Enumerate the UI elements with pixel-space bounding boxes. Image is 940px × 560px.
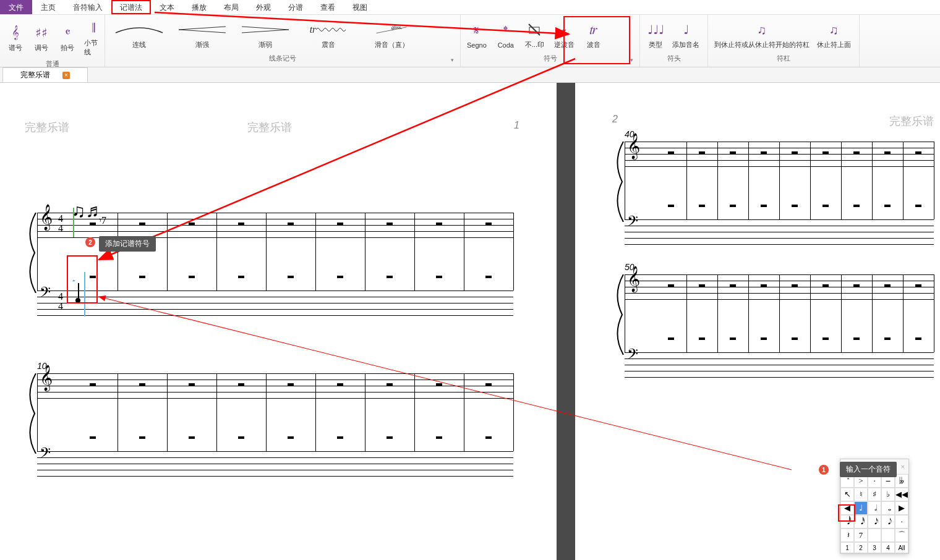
timesig-4-4-bass: 44 xyxy=(58,292,63,312)
menu-parts[interactable]: 分谱 xyxy=(280,0,312,14)
ribbon-group-symbols: 𝄋Segno 𝄌Coda 不...印 𝆝逆波音 𝆖波音 符号▾ xyxy=(461,15,640,67)
page-number-2: 2 xyxy=(612,114,618,125)
segno-icon: 𝄋 xyxy=(468,22,486,40)
keypad-doubleflat[interactable]: 𝄫 xyxy=(895,474,908,488)
menu-notation[interactable]: 记谱法 xyxy=(111,0,151,14)
keypad-tab-2[interactable]: 2 xyxy=(854,542,868,553)
keypad-natural[interactable]: ♮ xyxy=(854,488,868,501)
bass-clef-icon: 𝄢 xyxy=(627,346,638,367)
doc-tab-title: 完整乐谱 xyxy=(20,70,50,80)
keypad-whole[interactable]: 𝅝 xyxy=(881,501,895,515)
crescendo-button[interactable]: 渐强 xyxy=(172,19,233,51)
keypad-sharp[interactable]: ♯ xyxy=(868,488,881,501)
staff-system-2[interactable]: 𝄞 𝄢 xyxy=(37,373,513,423)
gliss-icon: gliss. xyxy=(364,20,419,39)
mordent-icon: 𝆖 xyxy=(584,20,603,39)
rest-above-icon: ♫ xyxy=(825,20,844,39)
keypad-7[interactable]: 7 xyxy=(854,528,868,542)
treble-clef-icon: 𝄞 xyxy=(6,23,25,42)
callout-tooltip-1: 输入一个音符 xyxy=(840,462,897,477)
noprint-button[interactable]: 不...印 xyxy=(523,19,547,51)
mordent-button[interactable]: 𝆖波音 xyxy=(582,19,605,51)
menubar: 文件 主页 音符输入 记谱法 文本 播放 布局 外观 分谱 查看 视图 xyxy=(0,0,940,15)
clef-button[interactable]: 𝄞谱号 xyxy=(4,22,27,54)
page-left: 完整乐谱 完整乐谱 1 𝄞 44 ♫♬ 𝄾 7 𝄢 44 xyxy=(0,83,557,560)
staff-system-r1[interactable]: 𝄞 𝄢 xyxy=(625,142,934,191)
ribbon-label-lines: 线条记号▾ xyxy=(109,53,456,64)
menu-home[interactable]: 主页 xyxy=(32,0,64,14)
slur-button[interactable]: 连线 xyxy=(109,19,169,51)
keypad-tab-1[interactable]: 1 xyxy=(840,542,854,553)
close-icon[interactable]: × xyxy=(62,72,70,79)
svg-text:gliss.: gliss. xyxy=(391,25,402,30)
ribbon-label-common: 普通 xyxy=(4,58,101,70)
keypad-8th[interactable]: 𝅘𝅥𝅮 xyxy=(881,515,895,528)
keypad-next[interactable]: ▶ xyxy=(895,501,908,515)
segno-button[interactable]: 𝄋Segno xyxy=(464,20,489,50)
staff-system-r2[interactable]: 𝄞 𝄢 xyxy=(625,274,934,324)
menu-layout[interactable]: 布局 xyxy=(215,0,247,14)
keypad-empty1[interactable] xyxy=(868,528,881,542)
keypad-tab-4[interactable]: 4 xyxy=(881,542,895,553)
treble-clef-icon: 𝄞 xyxy=(627,266,640,292)
keypad-empty2[interactable] xyxy=(881,528,895,542)
beam-rest-button[interactable]: ♫到休止符或从休止符开始的符杠 xyxy=(712,19,812,51)
keysig-button[interactable]: ♯♯调号 xyxy=(30,22,53,54)
notehead-name-button[interactable]: ♩添加音名 xyxy=(670,19,702,51)
keypad-tie[interactable]: ⌒ xyxy=(895,528,908,542)
menu-review[interactable]: 查看 xyxy=(312,0,344,14)
bass-clef-icon: 𝄢 xyxy=(40,284,51,305)
menu-text[interactable]: 文本 xyxy=(151,0,183,14)
notehead-name-icon: ♩ xyxy=(677,20,695,39)
keypad-close-icon[interactable]: × xyxy=(901,463,905,470)
keypad-arrow[interactable]: ↖ xyxy=(840,488,854,501)
treble-clef-icon: 𝄞 xyxy=(40,365,53,391)
red-highlight-keypad xyxy=(838,504,855,522)
notehead-type-icon: ♩♩♩ xyxy=(646,20,665,39)
coda-button[interactable]: 𝄌Coda xyxy=(494,20,518,50)
trill-button[interactable]: tr震音 xyxy=(298,19,359,51)
workspace: 完整乐谱 完整乐谱 1 𝄞 44 ♫♬ 𝄾 7 𝄢 44 xyxy=(0,83,940,560)
decrescendo-button[interactable]: 渐弱 xyxy=(235,19,296,51)
keypad-32nd[interactable]: 𝅘𝅥𝅰 xyxy=(854,515,868,528)
keypad-rewind[interactable]: ◀◀ xyxy=(895,488,908,501)
keypad-flat[interactable]: ♭ xyxy=(881,488,895,501)
menu-note-input[interactable]: 音符输入 xyxy=(64,0,111,14)
expand-lines-icon[interactable]: ▾ xyxy=(451,57,454,63)
doc-tabbar: 完整乐谱 × xyxy=(0,67,940,83)
barline-button[interactable]: 𝄂小节线 xyxy=(82,17,105,58)
bass-clef-icon: 𝄢 xyxy=(40,445,51,465)
gliss-button[interactable]: gliss.滑音（直） xyxy=(361,19,422,51)
noprint-icon xyxy=(525,20,544,39)
keypad-half[interactable]: 𝅗𝅥 xyxy=(868,501,881,515)
keypad-quarter[interactable]: ♩ xyxy=(854,501,868,515)
ribbon-group-common: 𝄞谱号 ♯♯调号 𝄴拍号 𝄂小节线 普通 xyxy=(0,15,105,67)
ribbon: 𝄞谱号 ♯♯调号 𝄴拍号 𝄂小节线 普通 连线 渐强 渐弱 tr震音 gliss… xyxy=(0,15,940,67)
expand-symbols-icon[interactable]: ▾ xyxy=(630,57,633,63)
keypad-rest[interactable]: 𝄽 xyxy=(840,528,854,542)
crescendo-icon xyxy=(174,20,230,39)
page-gap xyxy=(557,83,575,560)
rest-above-button[interactable]: ♫休止符上面 xyxy=(814,19,853,51)
callout-tooltip-2: 添加记谱符号 xyxy=(99,236,156,252)
callout-badge-1: 1 xyxy=(819,465,829,475)
treble-clef-icon: 𝄞 xyxy=(627,133,640,159)
red-highlight-note xyxy=(67,255,98,303)
keypad-16th[interactable]: 𝅘𝅥𝅯 xyxy=(868,515,881,528)
score-title-right: 完整乐谱 xyxy=(889,114,934,129)
treble-clef-icon: 𝄞 xyxy=(40,204,53,230)
ribbon-group-notehead: ♩♩♩类型 ♩添加音名 符头 xyxy=(640,15,708,67)
score-title-center: 完整乐谱 xyxy=(247,120,292,135)
keypad-tab-all[interactable]: All xyxy=(895,542,908,553)
timesig-icon: 𝄴 xyxy=(58,23,77,42)
menu-view[interactable]: 视图 xyxy=(344,0,376,14)
timesig-button[interactable]: 𝄴拍号 xyxy=(56,22,79,54)
menu-appearance[interactable]: 外观 xyxy=(247,0,280,14)
menu-file[interactable]: 文件 xyxy=(0,0,32,14)
keypad-dot[interactable]: · xyxy=(895,515,908,528)
callout-badge-2: 2 xyxy=(85,237,95,247)
menu-play[interactable]: 播放 xyxy=(183,0,215,14)
keypad-tab-3[interactable]: 3 xyxy=(868,542,881,553)
inv-mordent-button[interactable]: 𝆝逆波音 xyxy=(552,19,577,51)
notehead-type-button[interactable]: ♩♩♩类型 xyxy=(644,19,667,51)
